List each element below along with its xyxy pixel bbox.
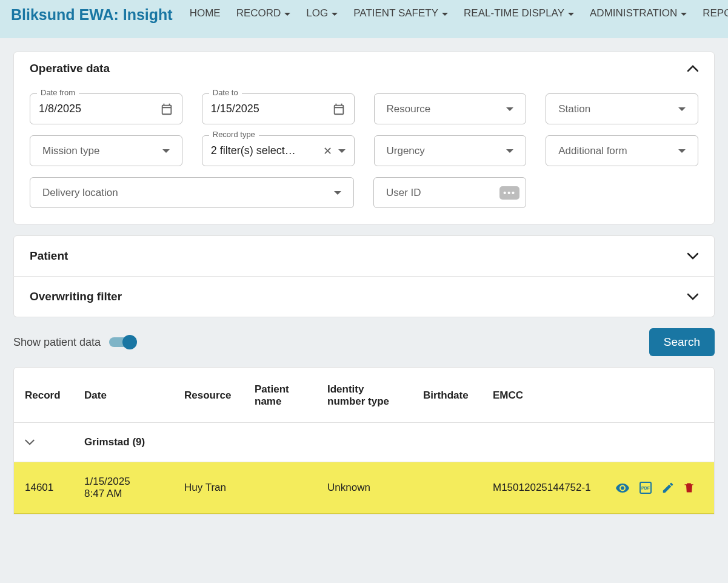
cell-patient-name <box>244 462 316 514</box>
chevron-down-icon <box>334 191 341 195</box>
date-from-field[interactable]: Date from 1/8/2025 <box>30 93 182 124</box>
record-type-select[interactable]: Record type 2 filter(s) select… ✕ <box>202 135 355 166</box>
nav-real-time-display[interactable]: REAL-TIME DISPLAY <box>464 7 574 19</box>
caret-icon <box>284 13 290 16</box>
th-birthdate: Birthdate <box>412 368 482 423</box>
svg-text:PDF: PDF <box>641 486 650 490</box>
accordion-group: Patient Overwriting filter <box>13 235 715 317</box>
resource-placeholder: Resource <box>387 103 431 115</box>
user-id-placeholder: User ID <box>386 187 421 199</box>
nav-administration[interactable]: ADMINISTRATION <box>590 7 687 19</box>
station-select[interactable]: Station <box>546 93 698 124</box>
group-count: (9) <box>132 436 145 448</box>
nav-items: HOME RECORD LOG PATIENT SAFETY REAL-TIME… <box>190 6 728 19</box>
view-icon[interactable] <box>615 480 630 495</box>
show-patient-data-toggle[interactable] <box>109 337 136 347</box>
group-name: Grimstad <box>84 436 130 448</box>
caret-icon <box>681 13 687 16</box>
table-row[interactable]: 14601 1/15/2025 8:47 AM Huy Tran Unknown… <box>14 462 714 514</box>
overwriting-filter-section[interactable]: Overwriting filter <box>13 277 715 317</box>
search-button[interactable]: Search <box>649 328 715 356</box>
calendar-icon[interactable] <box>160 103 173 116</box>
chevron-down-icon <box>162 149 170 153</box>
resource-select[interactable]: Resource <box>374 93 527 124</box>
th-date: Date <box>73 368 173 423</box>
cell-birthdate <box>412 462 482 514</box>
chevron-down-icon <box>687 293 698 300</box>
additional-form-select[interactable]: Additional form <box>546 135 698 166</box>
chevron-down-icon <box>506 107 513 111</box>
cell-date: 1/15/2025 8:47 AM <box>73 462 173 514</box>
additional-form-placeholder: Additional form <box>558 145 627 157</box>
th-identity-type: Identity number type <box>316 368 412 423</box>
caret-icon <box>442 13 448 16</box>
th-record: Record <box>14 368 73 423</box>
chevron-up-icon <box>687 65 698 72</box>
date-to-label: Date to <box>209 88 242 97</box>
patient-title: Patient <box>30 249 68 263</box>
nav-reports[interactable]: REPORTS <box>703 7 728 19</box>
operative-data-card: Operative data Date from 1/8/2025 Dat <box>13 52 715 224</box>
station-placeholder: Station <box>558 103 590 115</box>
delivery-location-select[interactable]: Delivery location <box>30 177 354 208</box>
date-from-label: Date from <box>37 88 79 97</box>
caret-icon <box>332 13 338 16</box>
chevron-down-icon <box>678 149 686 153</box>
nav-log[interactable]: LOG <box>306 7 338 19</box>
th-emcc: EMCC <box>482 368 604 423</box>
th-patient-name: Patient name <box>244 368 316 423</box>
record-type-value: 2 filter(s) select… <box>211 144 323 157</box>
date-to-value: 1/15/2025 <box>211 103 259 115</box>
date-to-field[interactable]: Date to 1/15/2025 <box>202 93 355 124</box>
record-type-label: Record type <box>209 130 259 139</box>
delete-icon[interactable] <box>683 481 695 494</box>
ellipsis-icon[interactable]: ••• <box>499 186 519 200</box>
group-row[interactable]: Grimstad (9) <box>14 423 714 462</box>
chevron-down-icon <box>687 252 698 260</box>
cell-resource: Huy Tran <box>173 462 244 514</box>
operative-data-header[interactable]: Operative data <box>14 52 714 83</box>
nav-record[interactable]: RECORD <box>236 7 291 19</box>
user-id-field[interactable]: User ID ••• <box>373 177 526 208</box>
chevron-down-icon <box>506 149 513 153</box>
chevron-down-icon <box>25 439 62 445</box>
pdf-icon[interactable]: PDF <box>638 480 653 495</box>
clear-icon[interactable]: ✕ <box>323 144 332 158</box>
app-brand: Bliksund EWA: Insight <box>11 6 173 24</box>
nav-home[interactable]: HOME <box>190 7 221 19</box>
nav-patient-safety[interactable]: PATIENT SAFETY <box>353 7 448 19</box>
edit-icon[interactable] <box>661 481 675 494</box>
cell-record: 14601 <box>14 462 73 514</box>
urgency-placeholder: Urgency <box>387 145 425 157</box>
urgency-select[interactable]: Urgency <box>374 135 527 166</box>
mission-type-placeholder: Mission type <box>42 145 99 157</box>
overwriting-title: Overwriting filter <box>30 290 122 303</box>
delivery-location-placeholder: Delivery location <box>42 187 118 199</box>
chevron-down-icon <box>338 149 346 153</box>
caret-icon <box>568 13 574 16</box>
chevron-down-icon <box>678 107 686 111</box>
cell-emcc: M15012025144752-1 <box>482 462 604 514</box>
calendar-icon[interactable] <box>332 103 346 116</box>
th-resource: Resource <box>173 368 244 423</box>
patient-section[interactable]: Patient <box>13 235 715 277</box>
mission-type-select[interactable]: Mission type <box>30 135 182 166</box>
cell-identity-type: Unknown <box>316 462 412 514</box>
results-table: Record Date Resource Patient name Identi… <box>13 367 715 514</box>
content: Operative data Date from 1/8/2025 Dat <box>0 38 728 528</box>
navbar: Bliksund EWA: Insight HOME RECORD LOG PA… <box>0 0 728 38</box>
operative-data-title: Operative data <box>30 62 110 75</box>
date-from-value: 1/8/2025 <box>39 103 81 115</box>
show-patient-data-label: Show patient data <box>13 336 101 349</box>
